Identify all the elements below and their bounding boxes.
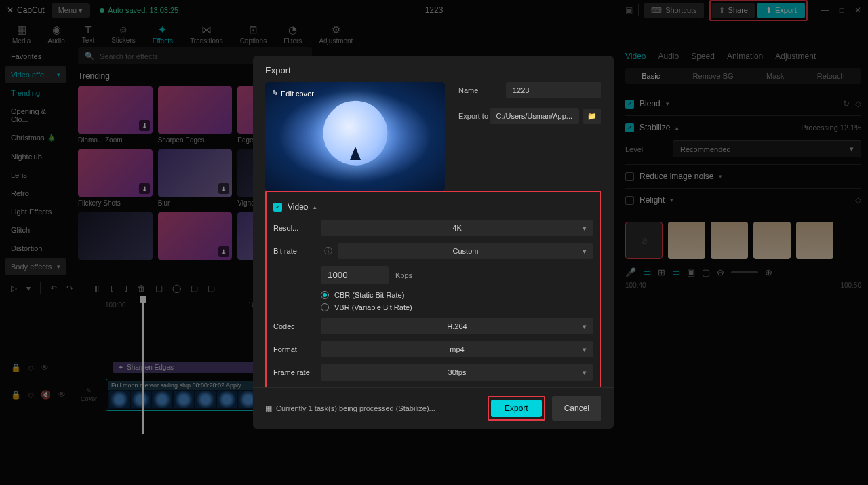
codec-label: Codec: [273, 322, 321, 330]
video-export-section: ✓ Video ▴ Resol... 4K Bit rate ⓘ Custom …: [265, 191, 601, 387]
cover-preview: ✎ Edit cover: [265, 82, 445, 191]
resolution-select[interactable]: 4K: [321, 220, 593, 236]
export-highlight: Export: [488, 396, 545, 421]
export-to-label: Export to: [458, 112, 490, 120]
format-select[interactable]: mp4: [321, 341, 593, 357]
video-checkbox[interactable]: ✓: [273, 203, 282, 212]
radio-unchecked-icon: [321, 303, 329, 311]
export-modal: Export ✎ Edit cover Name 1223 Export to …: [253, 56, 614, 429]
processing-status: ▦ Currently 1 task(s) being processed (S…: [265, 404, 435, 413]
codec-select[interactable]: H.264: [321, 318, 593, 334]
export-path: C:/Users/Usman/App...: [490, 108, 579, 124]
bitrate-select[interactable]: Custom: [338, 243, 593, 259]
video-header-label: Video: [288, 202, 308, 212]
export-action-button[interactable]: Export: [491, 400, 542, 417]
bitrate-input[interactable]: [321, 266, 389, 284]
bitrate-unit: Kbps: [395, 271, 412, 279]
folder-icon[interactable]: 📁: [583, 109, 601, 124]
pencil-icon: ✎: [272, 89, 278, 98]
name-input[interactable]: 1223: [506, 82, 601, 98]
info-icon[interactable]: ⓘ: [324, 246, 332, 257]
cancel-button[interactable]: Cancel: [552, 396, 601, 421]
modal-footer: ▦ Currently 1 task(s) being processed (S…: [253, 387, 614, 429]
modal-title: Export: [253, 56, 614, 82]
format-label: Format: [273, 345, 321, 353]
framerate-label: Frame rate: [273, 368, 321, 376]
resolution-label: Resol...: [273, 224, 321, 232]
tasks-icon: ▦: [265, 404, 272, 413]
vbr-radio[interactable]: VBR (Variable Bit Rate): [321, 303, 593, 311]
framerate-select[interactable]: 30fps: [321, 364, 593, 381]
bitrate-label: Bit rate: [273, 247, 321, 255]
chevron-up-icon[interactable]: ▴: [313, 203, 317, 210]
radio-checked-icon: [321, 291, 329, 299]
ship-graphic: [350, 147, 361, 160]
cbr-radio[interactable]: CBR (Static Bit Rate): [321, 291, 593, 299]
edit-cover-button[interactable]: ✎ Edit cover: [272, 89, 314, 98]
name-label: Name: [458, 86, 506, 94]
